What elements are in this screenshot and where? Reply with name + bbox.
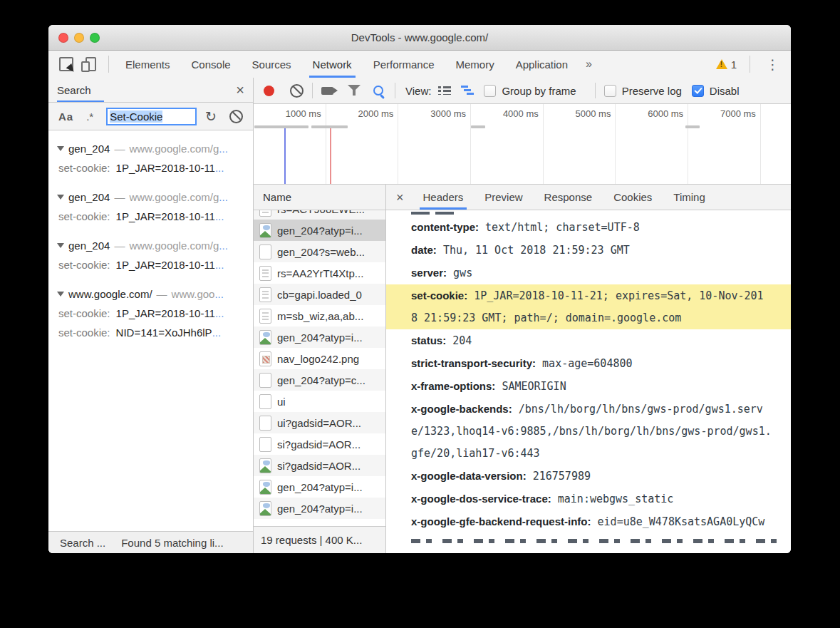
tab-response[interactable]: Response bbox=[535, 185, 602, 210]
request-row[interactable]: rs=AA2YrTt4Xtp... bbox=[254, 262, 385, 284]
tab-network[interactable]: Network bbox=[302, 51, 363, 78]
search-input[interactable]: Set-Cookie bbox=[106, 108, 197, 125]
file-script-icon bbox=[259, 210, 271, 217]
request-row[interactable]: m=sb_wiz,aa,ab... bbox=[254, 305, 385, 326]
response-headers-list: content-type: text/html; charset=UTF-8 d… bbox=[386, 210, 791, 553]
request-row[interactable]: gen_204?atyp=i... bbox=[254, 326, 385, 348]
request-row[interactable]: si?gadsid=AOR... bbox=[254, 433, 385, 455]
request-row[interactable]: gen_204?atyp=c... bbox=[254, 369, 385, 391]
window-controls bbox=[58, 25, 100, 50]
request-row[interactable]: ui bbox=[254, 391, 385, 412]
timeline-grid: 1000 ms 2000 ms 3000 ms 4000 ms 5000 ms … bbox=[254, 104, 791, 184]
toolbar-divider bbox=[750, 56, 750, 73]
more-tabs-chevron-icon[interactable]: » bbox=[579, 58, 599, 71]
overview-waterfall-icon[interactable] bbox=[461, 86, 474, 96]
tab-preview[interactable]: Preview bbox=[475, 185, 532, 210]
search-input-selected-text: Set-Cookie bbox=[110, 110, 162, 123]
file-image-icon bbox=[259, 351, 271, 366]
tab-cookies[interactable]: Cookies bbox=[604, 185, 661, 210]
request-row[interactable]: gen_204?atyp=i... bbox=[254, 498, 385, 519]
clear-search-icon[interactable] bbox=[229, 110, 243, 123]
warning-icon bbox=[716, 59, 727, 69]
disclosure-triangle-icon[interactable] bbox=[57, 292, 64, 297]
file-script-icon bbox=[259, 266, 271, 281]
main-menu-kebab-icon[interactable]: ⋮ bbox=[763, 58, 782, 71]
desktop-background: DevTools - www.google.com/ Elements Cons… bbox=[0, 0, 840, 628]
inspect-element-icon[interactable] bbox=[57, 55, 76, 73]
file-blank-icon bbox=[259, 416, 271, 431]
search-result-match[interactable]: set-cookie: 1P_JAR=2018-10-11... bbox=[48, 255, 253, 274]
refresh-search-icon[interactable]: ↻ bbox=[205, 110, 217, 123]
window-title: DevTools - www.google.com/ bbox=[351, 31, 489, 43]
disable-cache-checkbox[interactable] bbox=[692, 85, 704, 97]
request-count-summary: 19 requests | 400 K... bbox=[254, 526, 385, 553]
clipped-header-row bbox=[411, 539, 782, 543]
list-view-icon[interactable] bbox=[438, 86, 451, 96]
minimize-window-button[interactable] bbox=[74, 33, 84, 43]
search-result-match[interactable]: set-cookie: NID=141=XoJHh6lP... bbox=[48, 323, 253, 342]
request-row[interactable]: cb=gapi.loaded_0 bbox=[254, 284, 385, 305]
group-by-frame-checkbox[interactable] bbox=[484, 85, 496, 97]
header-row: strict-transport-security: max-age=60480… bbox=[386, 352, 774, 375]
file-image-icon bbox=[259, 501, 271, 516]
header-row: server: gws bbox=[386, 262, 774, 284]
toolbar-divider bbox=[108, 56, 109, 73]
disclosure-triangle-icon[interactable] bbox=[57, 146, 64, 151]
disclosure-triangle-icon[interactable] bbox=[57, 195, 64, 200]
tab-headers[interactable]: Headers bbox=[414, 185, 473, 210]
tab-console[interactable]: Console bbox=[181, 51, 242, 78]
tab-application[interactable]: Application bbox=[505, 51, 579, 78]
request-row[interactable]: si?gadsid=AOR... bbox=[254, 455, 385, 476]
tab-memory[interactable]: Memory bbox=[445, 51, 505, 78]
timeline-tick-label: 5000 ms bbox=[544, 104, 616, 184]
network-overview-timeline[interactable]: 1000 ms 2000 ms 3000 ms 4000 ms 5000 ms … bbox=[254, 104, 791, 185]
request-row[interactable]: gen_204?s=web... bbox=[254, 241, 385, 262]
disable-cache-label[interactable]: Disabl bbox=[710, 85, 740, 97]
tab-elements[interactable]: Elements bbox=[115, 51, 181, 78]
header-row: status: 204 bbox=[386, 329, 774, 352]
search-close-icon[interactable]: × bbox=[236, 83, 244, 97]
tab-sources[interactable]: Sources bbox=[242, 51, 302, 78]
request-row[interactable]: ui?gadsid=AOR... bbox=[254, 412, 385, 433]
filter-icon[interactable] bbox=[348, 85, 361, 96]
regex-toggle[interactable]: .* bbox=[86, 110, 93, 123]
search-result-header[interactable]: gen_204 — www.google.com/g... bbox=[48, 187, 253, 207]
search-result-match[interactable]: set-cookie: 1P_JAR=2018-10-11... bbox=[48, 207, 253, 226]
tab-timing[interactable]: Timing bbox=[664, 185, 714, 210]
detail-close-icon[interactable]: × bbox=[392, 191, 411, 204]
record-button[interactable] bbox=[264, 86, 274, 96]
preserve-log-label[interactable]: Preserve log bbox=[622, 85, 682, 97]
device-toolbar-icon[interactable] bbox=[80, 55, 98, 73]
case-sensitive-toggle[interactable]: Aa bbox=[58, 110, 73, 123]
search-result-match[interactable]: set-cookie: 1P_JAR=2018-10-11... bbox=[48, 304, 253, 323]
disclosure-triangle-icon[interactable] bbox=[57, 243, 64, 248]
clipped-header-row bbox=[411, 212, 454, 215]
file-image-icon bbox=[259, 480, 271, 495]
request-row[interactable]: rs=ACT90oEWE... bbox=[254, 210, 385, 220]
screenshot-camera-icon[interactable] bbox=[321, 87, 333, 95]
zoom-window-button[interactable] bbox=[90, 33, 100, 43]
group-by-frame-label[interactable]: Group by frame bbox=[502, 85, 576, 97]
toolbar-divider bbox=[312, 83, 313, 98]
search-result-header[interactable]: www.google.com/ — www.goo... bbox=[48, 284, 253, 304]
header-row: x-google-gfe-backend-request-info: eid=u… bbox=[386, 510, 774, 533]
warning-badge[interactable]: 1 bbox=[716, 58, 737, 71]
close-window-button[interactable] bbox=[58, 33, 68, 43]
search-requests-icon[interactable] bbox=[373, 86, 383, 96]
file-blank-icon bbox=[259, 244, 271, 259]
tab-performance[interactable]: Performance bbox=[363, 51, 445, 78]
devtools-tab-bar: Elements Console Sources Network Perform… bbox=[48, 51, 791, 78]
request-row-selected[interactable]: gen_204?atyp=i... bbox=[254, 220, 385, 241]
request-row[interactable]: nav_logo242.png bbox=[254, 348, 385, 369]
search-result-header[interactable]: gen_204 — www.google.com/g... bbox=[48, 139, 253, 158]
clear-requests-icon[interactable] bbox=[290, 84, 304, 98]
request-detail-panel: × Headers Preview Response Cookies Timin… bbox=[386, 185, 791, 553]
search-result-match[interactable]: set-cookie: 1P_JAR=2018-10-11... bbox=[48, 158, 253, 177]
preserve-log-checkbox[interactable] bbox=[604, 85, 616, 97]
header-row: x-frame-options: SAMEORIGIN bbox=[386, 375, 774, 398]
timeline-tick-label: 8 bbox=[761, 104, 791, 184]
search-result-header[interactable]: gen_204 — www.google.com/g... bbox=[48, 236, 253, 255]
header-row: x-google-backends: /bns/lh/borg/lh/bns/g… bbox=[386, 398, 774, 465]
request-row[interactable]: gen_204?atyp=i... bbox=[254, 476, 385, 498]
name-column-header[interactable]: Name bbox=[254, 185, 385, 210]
